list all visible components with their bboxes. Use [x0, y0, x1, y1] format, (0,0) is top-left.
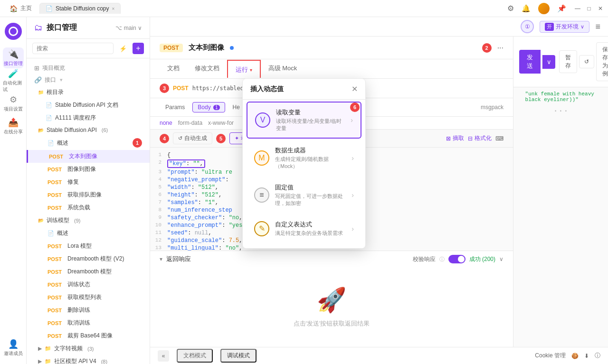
bell-icon[interactable]: 🔔	[522, 4, 531, 13]
popup-item-fixed-val[interactable]: ≡ 固定值 写死固定值，可进一步数据处理，如加密 ›	[247, 177, 361, 213]
cookie-mgmt-link[interactable]: Cookie 管理	[535, 352, 566, 360]
maximize-button[interactable]: □	[585, 5, 593, 12]
nav-item-dreambooth-v2[interactable]: POST Dreambooth 模型 (V2)	[27, 252, 150, 265]
popup-item-custom-expr[interactable]: ✎ 自定义表达式 满足特定复杂的业务场景需求 ›	[247, 215, 361, 243]
step-3-badge: 3	[160, 84, 169, 93]
global-menu-icon[interactable]: ≡	[595, 22, 600, 32]
sidebar-item-settings[interactable]: ⚙ 项目设置	[3, 93, 24, 114]
url-method: POST	[173, 85, 189, 92]
form-form-data[interactable]: form-data	[178, 120, 202, 126]
nav-item-training-overview[interactable]: 📄 概述	[27, 227, 150, 240]
doc-mode-btn[interactable]: 文档模式	[177, 349, 213, 363]
code-view-icon[interactable]: ⌨	[495, 135, 504, 142]
env-selector[interactable]: 开 开发环境 ∨	[540, 21, 589, 33]
nav-item-sd-overview[interactable]: 📄 概述 1	[27, 136, 150, 150]
add-button[interactable]: +	[133, 43, 144, 54]
nav-item-repair[interactable]: POST 修复	[27, 176, 150, 188]
collapse-response-icon[interactable]: ▾	[160, 256, 162, 262]
format-btn[interactable]: ⊟ 格式化	[468, 134, 492, 142]
avatar[interactable]	[538, 3, 550, 14]
filter-icon[interactable]: ⚡	[117, 43, 129, 54]
tab-advanced-mock[interactable]: 高级 Mock	[261, 59, 305, 78]
minimize-button[interactable]: —	[574, 5, 581, 12]
custom-expr-icon: ✎	[254, 221, 269, 236]
content-main: ① 开 开发环境 ∨ ≡ POST 文本到图像 2 ···	[150, 17, 608, 364]
popup-item-data-gen[interactable]: M 数据生成器 生成特定规则/随机数据（Mock） ›	[247, 140, 361, 176]
nav-item-delete-training[interactable]: POST 删除训练	[27, 304, 150, 317]
branch-selector[interactable]: ⌥ main ∨	[115, 25, 142, 31]
tab-run[interactable]: 运行 ▾	[227, 60, 261, 78]
nav-folder-root[interactable]: 📁 根目录	[27, 86, 150, 99]
cookie-icon[interactable]: 🍪	[571, 353, 579, 359]
nav-item-train-status[interactable]: POST 训练状态	[27, 278, 150, 291]
popup-item-title: 数据生成器	[275, 146, 346, 155]
pin-icon[interactable]: 📌	[557, 4, 566, 13]
response-empty-state: 🚀 点击'发送'按钮获取返回结果	[150, 267, 513, 347]
window-close-button[interactable]: ✕	[597, 5, 604, 12]
body-tab[interactable]: Body 1	[192, 102, 225, 112]
icon-sidebar: 🔌 接口管理 🧪 自动化测试 ⚙ 项目设置 📤 在线分享 👤 邀请成员	[0, 17, 27, 364]
send-row: 发送 ∨ 暂存 ↺ 保存为例 </>	[513, 37, 608, 87]
insert-dynamic-popup[interactable]: 插入动态值 ✕ V 读取变量 读取环境变量/全局变量/临时变量 › 6 M 数据…	[242, 78, 366, 249]
send-button[interactable]: 发送	[519, 50, 541, 74]
sidebar-item-interface[interactable]: 🔌 接口管理	[3, 47, 24, 68]
nav-item-image-to-image[interactable]: POST 图像到图像	[27, 163, 150, 176]
validate-toggle[interactable]	[448, 255, 466, 263]
close-tab-icon[interactable]: ×	[112, 6, 115, 11]
send-dropdown-button[interactable]: ∨	[542, 55, 555, 69]
response-label: 返回响应	[166, 255, 191, 263]
more-options-icon[interactable]: ···	[497, 44, 504, 52]
nav-folder-community-api[interactable]: ▶ 📁 社区模型 API V4 (8)	[27, 355, 150, 364]
response-section: ▾ 返回响应 校验响应 ⓘ 成功 (200) ∨ 🚀 点击'发送'按钮获取返回结…	[150, 251, 513, 347]
extract-btn[interactable]: ⊠ 摘取	[446, 134, 464, 142]
nav-item-sd-api-doc[interactable]: 📄 Stable Diffusion API 文档	[27, 99, 150, 112]
collapse-icon[interactable]: «	[158, 350, 169, 362]
step-5-badge: 5	[216, 134, 226, 143]
nav-item-text-to-image[interactable]: POST 文本到图像	[27, 150, 150, 163]
auto-gen-btn[interactable]: ↺ 自动生成	[173, 132, 212, 144]
sidebar-item-share[interactable]: 📤 在线分享	[3, 116, 24, 137]
nav-section-interface[interactable]: 🔗 接口 ▾	[27, 74, 150, 86]
popup-title: 插入动态值	[250, 85, 284, 93]
download-icon[interactable]: ⬇	[584, 353, 589, 359]
settings-icon[interactable]: ⚙	[507, 4, 514, 13]
user-icon[interactable]: ①	[521, 20, 534, 33]
nav-folder-training[interactable]: 📂 训练模型 (9)	[27, 214, 150, 227]
debug-mode-btn[interactable]: 调试模式	[220, 349, 256, 363]
status-200: 成功 (200)	[469, 255, 495, 263]
save-example-btn[interactable]: 保存为例	[596, 42, 608, 81]
form-urlencoded[interactable]: x-www-for	[208, 120, 234, 126]
data-gen-icon: M	[254, 150, 269, 166]
nav-item-crop-base64[interactable]: POST 裁剪 Base64 图像	[27, 329, 150, 342]
tab-docs[interactable]: 文档	[160, 59, 187, 78]
nav-item-system-load[interactable]: POST 系统负载	[27, 201, 150, 214]
tab-modify-docs[interactable]: 修改文档	[187, 59, 227, 78]
nav-item-get-queue-image[interactable]: POST 获取排队图像	[27, 188, 150, 201]
popup-item-title: 读取变量	[276, 108, 345, 117]
nav-item-dreambooth[interactable]: POST Dreambooth 模型	[27, 265, 150, 278]
sidebar-item-invite[interactable]: 👤 邀请成员	[3, 337, 24, 358]
nav-folder-sd-api[interactable]: 📂 Stable Diffusion API (6)	[27, 124, 150, 136]
nav-item-cancel-training[interactable]: POST 取消训练	[27, 317, 150, 329]
nav-folder-text-to-video[interactable]: ▶ 📁 文字转视频 (3)	[27, 342, 150, 355]
params-tab[interactable]: Params	[160, 100, 190, 114]
nav-item-lora[interactable]: POST Lora 模型	[27, 240, 150, 252]
save-btn[interactable]: 暂存	[559, 50, 577, 73]
nav-item-get-model-list[interactable]: POST 获取模型列表	[27, 291, 150, 304]
nav-header: 🗂 接口管理 ⌥ main ∨	[27, 17, 150, 39]
form-none[interactable]: none	[160, 120, 172, 126]
popup-item-read-var[interactable]: V 读取变量 读取环境变量/全局变量/临时变量 ›	[247, 102, 361, 139]
refresh-btn[interactable]: ↺	[579, 55, 594, 68]
search-input[interactable]	[32, 43, 114, 54]
popup-item-desc: 生成特定规则/随机数据（Mock）	[275, 156, 346, 170]
nav-section-project[interactable]: ⊞ 项目概览	[27, 62, 150, 74]
response-expand-icon[interactable]: ∨	[499, 256, 504, 262]
popup-item-content: 读取变量 读取环境变量/全局变量/临时变量	[276, 108, 345, 132]
tab-home[interactable]: 🏠 主页	[4, 2, 38, 14]
nav-item-a1111[interactable]: 📄 A1111 调度程序	[27, 112, 150, 124]
content-header: POST 文本到图像 2 ···	[150, 37, 513, 59]
sidebar-item-automation[interactable]: 🧪 自动化测试	[3, 70, 24, 91]
info-icon[interactable]: ⓘ	[595, 352, 600, 360]
tab-stable-diffusion[interactable]: 📄 Stable Diffusion copy ×	[39, 3, 121, 14]
popup-close-button[interactable]: ✕	[352, 84, 358, 93]
